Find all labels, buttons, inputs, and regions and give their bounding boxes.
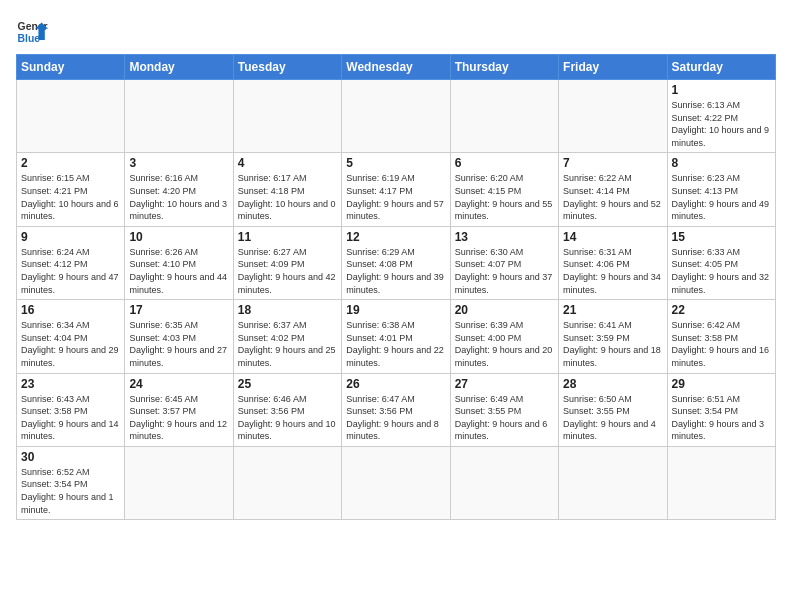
day-cell: 17Sunrise: 6:35 AM Sunset: 4:03 PM Dayli… bbox=[125, 300, 233, 373]
day-cell: 7Sunrise: 6:22 AM Sunset: 4:14 PM Daylig… bbox=[559, 153, 667, 226]
weekday-header-sunday: Sunday bbox=[17, 55, 125, 80]
day-cell: 2Sunrise: 6:15 AM Sunset: 4:21 PM Daylig… bbox=[17, 153, 125, 226]
day-info: Sunrise: 6:47 AM Sunset: 3:56 PM Dayligh… bbox=[346, 393, 445, 443]
week-row-3: 9Sunrise: 6:24 AM Sunset: 4:12 PM Daylig… bbox=[17, 226, 776, 299]
day-number: 23 bbox=[21, 377, 120, 391]
day-cell: 25Sunrise: 6:46 AM Sunset: 3:56 PM Dayli… bbox=[233, 373, 341, 446]
calendar-table: SundayMondayTuesdayWednesdayThursdayFrid… bbox=[16, 54, 776, 520]
day-number: 21 bbox=[563, 303, 662, 317]
day-cell: 24Sunrise: 6:45 AM Sunset: 3:57 PM Dayli… bbox=[125, 373, 233, 446]
day-number: 2 bbox=[21, 156, 120, 170]
day-info: Sunrise: 6:23 AM Sunset: 4:13 PM Dayligh… bbox=[672, 172, 771, 222]
weekday-header-tuesday: Tuesday bbox=[233, 55, 341, 80]
week-row-1: 1Sunrise: 6:13 AM Sunset: 4:22 PM Daylig… bbox=[17, 80, 776, 153]
day-info: Sunrise: 6:51 AM Sunset: 3:54 PM Dayligh… bbox=[672, 393, 771, 443]
day-cell: 9Sunrise: 6:24 AM Sunset: 4:12 PM Daylig… bbox=[17, 226, 125, 299]
day-info: Sunrise: 6:43 AM Sunset: 3:58 PM Dayligh… bbox=[21, 393, 120, 443]
logo: General Blue bbox=[16, 16, 48, 48]
day-number: 28 bbox=[563, 377, 662, 391]
day-cell bbox=[342, 80, 450, 153]
day-cell bbox=[450, 446, 558, 519]
day-cell bbox=[125, 446, 233, 519]
day-cell: 19Sunrise: 6:38 AM Sunset: 4:01 PM Dayli… bbox=[342, 300, 450, 373]
day-cell: 29Sunrise: 6:51 AM Sunset: 3:54 PM Dayli… bbox=[667, 373, 775, 446]
day-cell bbox=[233, 446, 341, 519]
day-number: 29 bbox=[672, 377, 771, 391]
day-info: Sunrise: 6:41 AM Sunset: 3:59 PM Dayligh… bbox=[563, 319, 662, 369]
day-info: Sunrise: 6:29 AM Sunset: 4:08 PM Dayligh… bbox=[346, 246, 445, 296]
day-info: Sunrise: 6:49 AM Sunset: 3:55 PM Dayligh… bbox=[455, 393, 554, 443]
day-cell bbox=[667, 446, 775, 519]
day-info: Sunrise: 6:52 AM Sunset: 3:54 PM Dayligh… bbox=[21, 466, 120, 516]
day-info: Sunrise: 6:38 AM Sunset: 4:01 PM Dayligh… bbox=[346, 319, 445, 369]
week-row-5: 23Sunrise: 6:43 AM Sunset: 3:58 PM Dayli… bbox=[17, 373, 776, 446]
day-number: 19 bbox=[346, 303, 445, 317]
day-number: 11 bbox=[238, 230, 337, 244]
weekday-header-thursday: Thursday bbox=[450, 55, 558, 80]
week-row-4: 16Sunrise: 6:34 AM Sunset: 4:04 PM Dayli… bbox=[17, 300, 776, 373]
day-number: 1 bbox=[672, 83, 771, 97]
day-info: Sunrise: 6:16 AM Sunset: 4:20 PM Dayligh… bbox=[129, 172, 228, 222]
day-cell: 11Sunrise: 6:27 AM Sunset: 4:09 PM Dayli… bbox=[233, 226, 341, 299]
day-number: 13 bbox=[455, 230, 554, 244]
day-cell: 5Sunrise: 6:19 AM Sunset: 4:17 PM Daylig… bbox=[342, 153, 450, 226]
day-number: 15 bbox=[672, 230, 771, 244]
day-cell: 1Sunrise: 6:13 AM Sunset: 4:22 PM Daylig… bbox=[667, 80, 775, 153]
page: General Blue SundayMondayTuesdayWednesda… bbox=[0, 0, 792, 612]
day-cell: 27Sunrise: 6:49 AM Sunset: 3:55 PM Dayli… bbox=[450, 373, 558, 446]
day-info: Sunrise: 6:22 AM Sunset: 4:14 PM Dayligh… bbox=[563, 172, 662, 222]
week-row-2: 2Sunrise: 6:15 AM Sunset: 4:21 PM Daylig… bbox=[17, 153, 776, 226]
day-info: Sunrise: 6:45 AM Sunset: 3:57 PM Dayligh… bbox=[129, 393, 228, 443]
header: General Blue bbox=[16, 16, 776, 48]
day-cell: 15Sunrise: 6:33 AM Sunset: 4:05 PM Dayli… bbox=[667, 226, 775, 299]
day-number: 17 bbox=[129, 303, 228, 317]
day-info: Sunrise: 6:30 AM Sunset: 4:07 PM Dayligh… bbox=[455, 246, 554, 296]
weekday-header-friday: Friday bbox=[559, 55, 667, 80]
day-info: Sunrise: 6:46 AM Sunset: 3:56 PM Dayligh… bbox=[238, 393, 337, 443]
generalblue-logo-icon: General Blue bbox=[16, 16, 48, 48]
day-cell bbox=[450, 80, 558, 153]
day-number: 3 bbox=[129, 156, 228, 170]
day-number: 25 bbox=[238, 377, 337, 391]
day-cell bbox=[233, 80, 341, 153]
day-cell: 14Sunrise: 6:31 AM Sunset: 4:06 PM Dayli… bbox=[559, 226, 667, 299]
day-info: Sunrise: 6:37 AM Sunset: 4:02 PM Dayligh… bbox=[238, 319, 337, 369]
day-info: Sunrise: 6:20 AM Sunset: 4:15 PM Dayligh… bbox=[455, 172, 554, 222]
day-cell: 26Sunrise: 6:47 AM Sunset: 3:56 PM Dayli… bbox=[342, 373, 450, 446]
day-info: Sunrise: 6:34 AM Sunset: 4:04 PM Dayligh… bbox=[21, 319, 120, 369]
day-info: Sunrise: 6:17 AM Sunset: 4:18 PM Dayligh… bbox=[238, 172, 337, 222]
day-info: Sunrise: 6:27 AM Sunset: 4:09 PM Dayligh… bbox=[238, 246, 337, 296]
day-cell bbox=[17, 80, 125, 153]
day-cell bbox=[559, 80, 667, 153]
day-cell: 21Sunrise: 6:41 AM Sunset: 3:59 PM Dayli… bbox=[559, 300, 667, 373]
svg-text:Blue: Blue bbox=[18, 33, 41, 44]
day-number: 12 bbox=[346, 230, 445, 244]
day-cell bbox=[125, 80, 233, 153]
day-cell: 23Sunrise: 6:43 AM Sunset: 3:58 PM Dayli… bbox=[17, 373, 125, 446]
day-number: 22 bbox=[672, 303, 771, 317]
day-cell: 18Sunrise: 6:37 AM Sunset: 4:02 PM Dayli… bbox=[233, 300, 341, 373]
day-cell: 20Sunrise: 6:39 AM Sunset: 4:00 PM Dayli… bbox=[450, 300, 558, 373]
day-number: 26 bbox=[346, 377, 445, 391]
day-number: 16 bbox=[21, 303, 120, 317]
day-info: Sunrise: 6:15 AM Sunset: 4:21 PM Dayligh… bbox=[21, 172, 120, 222]
day-number: 10 bbox=[129, 230, 228, 244]
day-number: 24 bbox=[129, 377, 228, 391]
day-number: 18 bbox=[238, 303, 337, 317]
weekday-header-saturday: Saturday bbox=[667, 55, 775, 80]
day-number: 8 bbox=[672, 156, 771, 170]
week-row-6: 30Sunrise: 6:52 AM Sunset: 3:54 PM Dayli… bbox=[17, 446, 776, 519]
day-info: Sunrise: 6:42 AM Sunset: 3:58 PM Dayligh… bbox=[672, 319, 771, 369]
day-cell: 13Sunrise: 6:30 AM Sunset: 4:07 PM Dayli… bbox=[450, 226, 558, 299]
day-cell: 8Sunrise: 6:23 AM Sunset: 4:13 PM Daylig… bbox=[667, 153, 775, 226]
weekday-header-monday: Monday bbox=[125, 55, 233, 80]
day-cell: 12Sunrise: 6:29 AM Sunset: 4:08 PM Dayli… bbox=[342, 226, 450, 299]
weekday-header-row: SundayMondayTuesdayWednesdayThursdayFrid… bbox=[17, 55, 776, 80]
day-info: Sunrise: 6:35 AM Sunset: 4:03 PM Dayligh… bbox=[129, 319, 228, 369]
day-number: 30 bbox=[21, 450, 120, 464]
day-cell bbox=[342, 446, 450, 519]
day-number: 7 bbox=[563, 156, 662, 170]
day-cell: 30Sunrise: 6:52 AM Sunset: 3:54 PM Dayli… bbox=[17, 446, 125, 519]
day-cell: 6Sunrise: 6:20 AM Sunset: 4:15 PM Daylig… bbox=[450, 153, 558, 226]
day-cell: 16Sunrise: 6:34 AM Sunset: 4:04 PM Dayli… bbox=[17, 300, 125, 373]
